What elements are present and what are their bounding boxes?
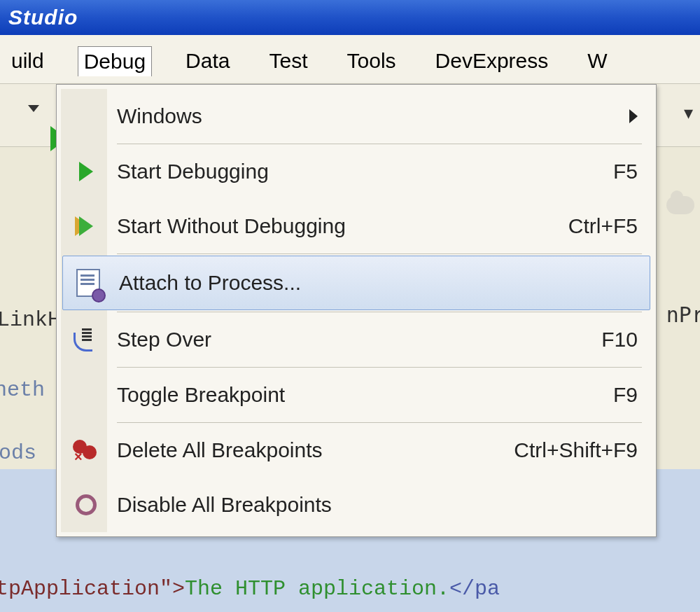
menu-label: Delete All Breakpoints	[117, 438, 498, 462]
cloud-icon	[666, 196, 694, 214]
menu-devexpress[interactable]: DevExpress	[430, 46, 554, 76]
blank-icon	[71, 101, 102, 132]
menu-separator	[117, 253, 642, 254]
menu-build[interactable]: uild	[6, 46, 50, 76]
menu-item-delete-all-breakpoints[interactable]: × Delete All Breakpoints Ctrl+Shift+F9	[61, 423, 652, 478]
menu-label: Step Over	[117, 328, 498, 352]
menu-debug[interactable]: Debug	[78, 46, 152, 76]
play-icon	[71, 156, 102, 187]
circle-outline-icon	[71, 489, 102, 520]
code-closetag: </pa	[449, 577, 500, 601]
toolbar-overflow-icon[interactable]: ▾	[684, 102, 693, 124]
menu-window-fragment[interactable]: W	[582, 46, 612, 76]
menu-data[interactable]: Data	[180, 46, 235, 76]
code-line-bottom: tpApplication">The HTTP application.</pa	[0, 577, 500, 601]
menu-shortcut: F5	[498, 160, 638, 183]
menu-bar: uild Debug Data Test Tools DevExpress W	[0, 35, 700, 84]
menu-item-start-without-debugging[interactable]: Start Without Debugging Ctrl+F5	[61, 199, 652, 253]
menu-item-start-debugging[interactable]: Start Debugging F5	[61, 144, 652, 199]
code-fragment: LinkH	[0, 301, 60, 339]
document-gear-icon	[73, 267, 104, 298]
window-title: Studio	[8, 6, 78, 29]
play-outline-icon	[71, 211, 102, 242]
code-fragment: neth	[0, 371, 45, 409]
submenu-arrow-icon	[629, 109, 638, 123]
menu-shortcut: Ctrl+Shift+F9	[498, 438, 638, 462]
blank-icon	[71, 380, 102, 410]
menu-label: Disable All Breakpoints	[117, 493, 498, 517]
menu-label: Toggle Breakpoint	[117, 383, 498, 407]
menu-label: Windows	[117, 104, 622, 128]
menu-item-toggle-breakpoint[interactable]: Toggle Breakpoint F9	[61, 368, 652, 422]
menu-item-windows[interactable]: Windows	[61, 89, 652, 144]
debug-dropdown-menu: Windows Start Debugging F5 Start Without…	[56, 84, 657, 537]
breakpoints-delete-icon: ×	[71, 435, 102, 466]
menu-shortcut: Ctrl+F5	[498, 214, 638, 238]
menu-shortcut: F10	[498, 328, 638, 352]
menu-label: Start Debugging	[117, 160, 498, 183]
code-fragment: ods	[0, 434, 36, 472]
menu-item-attach-to-process[interactable]: Attach to Process...	[62, 256, 650, 310]
menu-item-step-over[interactable]: Step Over F10	[61, 312, 652, 367]
menu-shortcut: F9	[498, 383, 638, 407]
menu-tools[interactable]: Tools	[342, 46, 402, 76]
window-titlebar: Studio	[0, 0, 700, 35]
code-attr: tpApplication">	[0, 577, 185, 601]
code-fragment-right: nPr	[666, 302, 700, 327]
menu-test[interactable]: Test	[263, 46, 313, 76]
menu-item-disable-all-breakpoints[interactable]: Disable All Breakpoints	[61, 478, 652, 532]
step-over-icon	[71, 324, 102, 355]
menu-label: Attach to Process...	[119, 271, 496, 295]
dropdown-arrow-icon[interactable]	[28, 105, 39, 112]
code-text: The HTTP application.	[185, 577, 449, 601]
menu-label: Start Without Debugging	[117, 214, 498, 238]
